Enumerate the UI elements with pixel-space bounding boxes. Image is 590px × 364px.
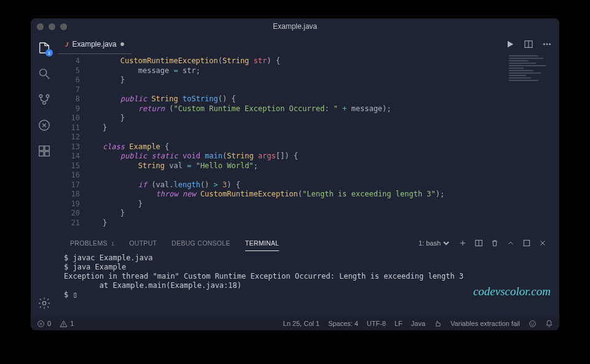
settings-gear-icon[interactable]: [37, 296, 52, 311]
tab-filename: Example.java: [73, 40, 117, 48]
svg-point-30: [63, 325, 64, 326]
explorer-badge: 1: [45, 49, 53, 56]
panel-tabs: PROBLEMS 1 OUTPUT DEBUG CONSOLE TERMINAL…: [58, 234, 559, 252]
source-control-icon[interactable]: [37, 92, 52, 107]
minimize-window-button[interactable]: [49, 23, 55, 30]
svg-point-2: [39, 95, 42, 98]
split-editor-icon[interactable]: [524, 39, 533, 49]
svg-point-31: [530, 320, 536, 327]
search-icon[interactable]: [37, 66, 52, 81]
bottom-panel: PROBLEMS 1 OUTPUT DEBUG CONSOLE TERMINAL…: [58, 234, 559, 317]
panel-close-icon[interactable]: [538, 239, 547, 247]
code-content[interactable]: CustomRuntimeException(String str) { mes…: [85, 54, 559, 234]
problems-tab[interactable]: PROBLEMS 1: [70, 236, 114, 250]
svg-point-32: [532, 323, 532, 323]
status-bell-icon[interactable]: [545, 320, 553, 328]
debug-console-tab[interactable]: DEBUG CONSOLE: [171, 236, 230, 250]
tab-actions: [498, 34, 559, 54]
tab-bar: J Example.java: [58, 34, 559, 54]
traffic-lights: [37, 23, 67, 30]
watermark-text: codevscolor.com: [473, 285, 551, 298]
body-area: 1 J Example.java: [31, 34, 559, 317]
svg-rect-23: [524, 240, 529, 246]
error-icon: [37, 320, 45, 328]
svg-point-0: [40, 69, 47, 76]
terminal-tab[interactable]: TERMINAL: [245, 236, 280, 251]
new-terminal-icon[interactable]: [458, 239, 467, 247]
activity-bar: 1: [31, 34, 58, 317]
dirty-indicator-icon: [120, 42, 124, 46]
svg-point-16: [543, 44, 545, 45]
output-tab[interactable]: OUTPUT: [129, 236, 157, 250]
svg-point-12: [42, 301, 46, 305]
explorer-icon[interactable]: 1: [37, 41, 52, 55]
svg-point-18: [549, 44, 551, 45]
status-errors[interactable]: 0: [37, 320, 51, 328]
status-spaces[interactable]: Spaces: 4: [328, 320, 358, 327]
svg-point-17: [546, 44, 548, 45]
status-eol[interactable]: LF: [395, 320, 403, 327]
svg-point-33: [533, 323, 534, 323]
svg-rect-11: [45, 152, 49, 156]
svg-rect-8: [39, 146, 44, 150]
status-lang[interactable]: Java: [411, 320, 425, 327]
line-number-gutter: 456789101112131415161718192021: [58, 54, 85, 234]
status-extra[interactable]: Variables extraction fail: [450, 320, 520, 327]
status-encoding[interactable]: UTF-8: [367, 320, 386, 327]
svg-rect-9: [45, 146, 49, 150]
svg-marker-13: [508, 41, 513, 48]
status-thumbs-icon[interactable]: [434, 320, 442, 328]
debug-icon[interactable]: [37, 118, 52, 133]
svg-line-1: [46, 76, 50, 79]
close-window-button[interactable]: [37, 23, 44, 30]
svg-point-4: [43, 101, 46, 104]
terminal-selector[interactable]: 1: bash: [416, 239, 451, 247]
java-file-icon: J: [65, 41, 69, 48]
extensions-icon[interactable]: [37, 144, 52, 158]
more-actions-icon[interactable]: [542, 39, 552, 49]
file-tab[interactable]: J Example.java: [58, 34, 132, 54]
panel-chevron-up-icon[interactable]: [506, 239, 515, 247]
maximize-window-button[interactable]: [60, 23, 67, 30]
problems-tab-label: PROBLEMS: [70, 239, 108, 247]
status-cursor[interactable]: Ln 25, Col 1: [283, 320, 320, 327]
svg-rect-10: [39, 152, 44, 156]
svg-point-3: [46, 95, 49, 98]
kill-terminal-icon[interactable]: [490, 239, 499, 247]
main-column: J Example.java 4567891011121314151617181…: [58, 34, 559, 317]
status-warnings[interactable]: 1: [60, 320, 74, 328]
run-icon[interactable]: [505, 39, 515, 49]
status-feedback-icon[interactable]: [529, 320, 537, 328]
editor-window: Example.java 1: [31, 18, 559, 330]
window-title: Example.java: [273, 22, 317, 31]
split-terminal-icon[interactable]: [474, 239, 483, 247]
code-editor[interactable]: 456789101112131415161718192021 CustomRun…: [58, 54, 559, 234]
panel-actions: 1: bash: [416, 239, 547, 247]
problems-count: 1: [111, 241, 114, 247]
warning-icon: [60, 320, 68, 328]
status-bar: 0 1 Ln 25, Col 1 Spaces: 4 UTF-8 LF Java…: [31, 317, 559, 330]
title-bar: Example.java: [31, 18, 559, 34]
panel-maximize-icon[interactable]: [522, 239, 531, 247]
